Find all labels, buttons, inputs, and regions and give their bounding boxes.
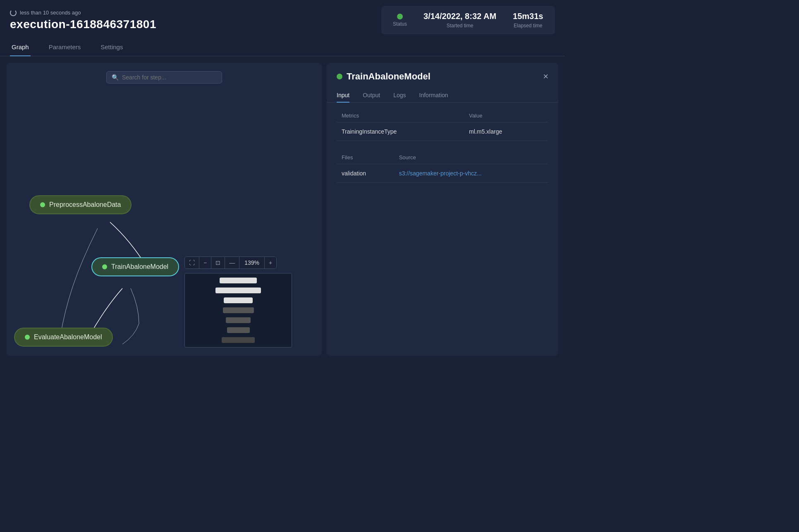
top-bar: less than 10 seconds ago execution-16188…: [0, 0, 565, 38]
files-col1: Files: [337, 151, 394, 164]
node-preprocess[interactable]: PreprocessAbaloneData: [29, 195, 132, 214]
metrics-row1-col1: TrainingInstanceType: [337, 122, 464, 141]
graph-panel: 🔍 PreprocessAbaloneData: [7, 63, 322, 356]
node-evaluate[interactable]: EvaluateAbaloneModel: [14, 328, 113, 347]
mini-bar-2: [215, 288, 261, 293]
status-item-status: Status: [393, 14, 407, 27]
mini-bar-5: [226, 317, 251, 323]
section-divider: [337, 141, 548, 151]
elapsed-time-value: 15m31s: [513, 12, 543, 21]
detail-tab-logs[interactable]: Logs: [393, 89, 406, 103]
files-row1-col2[interactable]: s3://sagemaker-project-p-vhcz...: [394, 164, 548, 183]
started-time-value: 3/14/2022, 8:32 AM: [423, 12, 496, 21]
detail-header: TrainAbaloneModel ×: [327, 63, 558, 82]
files-row1-col1: validation: [337, 164, 394, 183]
metrics-row-1: TrainingInstanceType ml.m5.xlarge: [337, 122, 548, 141]
detail-close-button[interactable]: ×: [543, 72, 548, 81]
detail-tab-output[interactable]: Output: [363, 89, 380, 103]
status-label: Status: [393, 21, 407, 27]
node-preprocess-dot: [40, 202, 45, 207]
node-evaluate-dot: [25, 335, 30, 340]
tab-settings[interactable]: Settings: [99, 38, 124, 56]
zoom-level: 139%: [239, 257, 265, 268]
zoom-dash-button[interactable]: —: [225, 257, 239, 268]
elapsed-time-label: Elapsed time: [514, 23, 542, 29]
tab-bar: Graph Parameters Settings: [0, 38, 565, 56]
mini-bar-6: [227, 327, 250, 333]
mini-bars: [215, 278, 261, 343]
detail-panel: TrainAbaloneModel × Input Output Logs In…: [327, 63, 558, 356]
execution-title: execution-1618846371801: [10, 18, 156, 31]
node-train-dot: [102, 264, 107, 269]
detail-tab-input[interactable]: Input: [337, 89, 349, 103]
status-card: Status 3/14/2022, 8:32 AM Started time 1…: [381, 6, 555, 34]
search-bar[interactable]: 🔍: [106, 71, 222, 84]
mini-bar-1: [220, 278, 257, 283]
detail-tab-information[interactable]: Information: [419, 89, 448, 103]
node-train-label: TrainAbaloneModel: [111, 263, 168, 271]
status-item-elapsed: 15m31s Elapsed time: [513, 12, 543, 29]
tab-parameters[interactable]: Parameters: [47, 38, 83, 56]
node-evaluate-label: EvaluateAbaloneModel: [34, 333, 102, 341]
mini-bar-4: [223, 307, 254, 313]
main-content: 🔍 PreprocessAbaloneData: [0, 56, 565, 362]
metrics-row1-col2: ml.m5.xlarge: [464, 122, 548, 141]
started-time-label: Started time: [447, 23, 474, 29]
detail-title-text: TrainAbaloneModel: [347, 71, 431, 82]
search-input[interactable]: [122, 74, 217, 81]
zoom-plus-button[interactable]: +: [265, 257, 276, 268]
files-row-1: validation s3://sagemaker-project-p-vhcz…: [337, 164, 548, 183]
refresh-icon[interactable]: [10, 10, 17, 16]
mini-bar-7: [222, 337, 255, 343]
detail-title-dot: [337, 74, 342, 79]
detail-tabs: Input Output Logs Information: [327, 89, 558, 103]
zoom-controls: ⛶ − ⊡ — 139% +: [184, 256, 277, 269]
status-value: [397, 14, 403, 19]
zoom-copy-button[interactable]: ⊡: [211, 257, 225, 268]
mini-bar-3: [224, 297, 253, 303]
zoom-fit-button[interactable]: ⛶: [185, 257, 199, 268]
detail-body: Metrics Value TrainingInstanceType ml.m5…: [327, 103, 558, 356]
tab-graph[interactable]: Graph: [10, 38, 31, 56]
metrics-table: Metrics Value TrainingInstanceType ml.m5…: [337, 109, 548, 141]
files-table: Files Source validation s3://sagemaker-p…: [337, 151, 548, 183]
detail-title: TrainAbaloneModel: [337, 71, 431, 82]
zoom-minus-button[interactable]: −: [199, 257, 211, 268]
metrics-col1: Metrics: [337, 109, 464, 122]
files-col2: Source: [394, 151, 548, 164]
mini-preview: [184, 273, 292, 347]
search-icon: 🔍: [112, 74, 119, 81]
refresh-row: less than 10 seconds ago: [10, 10, 156, 16]
refresh-label: less than 10 seconds ago: [20, 10, 81, 16]
status-item-started: 3/14/2022, 8:32 AM Started time: [423, 12, 496, 29]
node-train[interactable]: TrainAbaloneModel: [91, 257, 179, 276]
metrics-col2: Value: [464, 109, 548, 122]
node-preprocess-label: PreprocessAbaloneData: [49, 201, 121, 208]
status-green-dot: [397, 14, 403, 19]
